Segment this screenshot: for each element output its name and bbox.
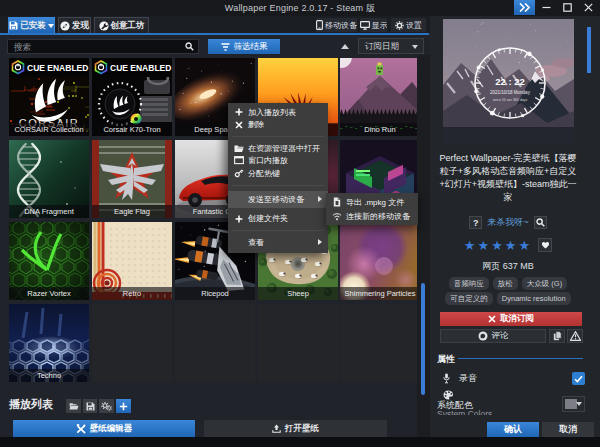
properties-header: 属性 [437, 353, 455, 366]
submenu-item-export-mpkg[interactable]: 导出 .mpkg 文件 [326, 195, 418, 209]
playlist-save-button[interactable] [83, 399, 97, 413]
maximize-button[interactable] [559, 0, 575, 15]
color-picker-dropdown[interactable] [562, 396, 585, 412]
comments-label: 评论 [492, 330, 509, 342]
wallpaper-tile-shimmering-particles[interactable]: Shimmering Particles [340, 222, 418, 300]
mic-property-row: 录音 [443, 372, 477, 385]
microphone-icon [443, 373, 450, 384]
wallpaper-tile-empty[interactable] [92, 304, 172, 382]
close-button[interactable] [580, 0, 596, 15]
menu-item-play-in-window[interactable]: 窗口内播放 [228, 155, 328, 168]
compass-icon [60, 21, 70, 31]
phone-icon [316, 20, 323, 30]
menu-item-assign-hotkey[interactable]: 分配热键 [228, 167, 328, 180]
playlist-settings-button[interactable] [99, 399, 114, 413]
wallpaper-size: 网页 637 MB [430, 260, 586, 273]
tools-icon [76, 424, 86, 434]
wallpaper-tile-dna-fragment[interactable]: DNA Fragment [9, 140, 89, 218]
submenu-item-connect-mobile[interactable]: 连接新的移动设备 [326, 209, 418, 223]
wallpaper-tile-empty[interactable] [340, 304, 418, 382]
star-icon[interactable]: ★ [464, 239, 476, 252]
close-icon [584, 3, 593, 12]
open-wallpaper-button[interactable]: 打开壁纸 [204, 420, 387, 437]
tile-label: Razer Vortex [9, 287, 89, 300]
wallpaper-tile-dino-run[interactable]: Dino Run [340, 58, 418, 136]
tab-workshop[interactable]: 创意工坊 [94, 17, 149, 33]
tag-pill[interactable]: Dynamic resolution [497, 292, 571, 305]
plus-icon [119, 402, 128, 411]
display-button[interactable]: 显示 [360, 18, 387, 32]
tag-pill[interactable]: 放松 [493, 277, 518, 290]
wallpaper-tile-techno[interactable]: Techno [9, 304, 89, 382]
minimize-button[interactable] [538, 0, 554, 15]
wallpaper-preview-image[interactable]: 22 : 22 2021/10/18 Monday since 10 sec 3… [443, 19, 574, 144]
tag-pill[interactable]: 音频响应 [449, 277, 489, 290]
star-icon[interactable]: ★ [478, 239, 490, 252]
wallpaper-title-line: 粒子+多风格动态音频响应+自定义 [440, 166, 577, 176]
tab-workshop-label: 创意工坊 [111, 20, 145, 32]
chevron-right-icon [318, 196, 322, 202]
star-icon[interactable]: ★ [518, 239, 530, 252]
search-input[interactable]: 搜索 [7, 39, 199, 54]
menu-item-view[interactable]: 查看 [228, 236, 328, 249]
wallpaper-editor-label: 壁纸编辑器 [90, 423, 133, 435]
tag-row-2: 可自定义的Dynamic resolution [430, 292, 586, 305]
filter-results-button[interactable]: 筛选结果 [208, 39, 280, 54]
author-avatar[interactable]: ? [469, 216, 482, 229]
menu-item-send-to-mobile[interactable]: 发送至移动设备 [228, 191, 328, 208]
expand-panel-button[interactable] [514, 0, 535, 15]
tag-row-1: 音频响应放松大众级 (G) [430, 277, 586, 290]
rating-stars: ★★★★★ [430, 238, 586, 252]
unsubscribe-button[interactable]: 取消订阅 [440, 312, 582, 326]
context-menu: 加入播放列表删除在资源管理器中打开窗口内播放分配热键发送至移动设备创建文件夹查看 [228, 103, 328, 253]
tile-label: Shimmering Particles [340, 287, 418, 300]
bottom-strip [0, 437, 600, 447]
zoom-preview-button[interactable] [534, 216, 547, 229]
monitor-icon [360, 21, 370, 30]
mobile-device-button[interactable]: 移动设备 [316, 18, 357, 32]
submenu-item-export-mpkg-label: 导出 .mpkg 文件 [346, 197, 404, 208]
settings-button[interactable]: 设置 [391, 18, 426, 32]
star-icon[interactable]: ★ [491, 239, 503, 252]
grid-scrollbar-thumb[interactable] [421, 283, 425, 395]
star-icon[interactable]: ★ [505, 239, 517, 252]
wallpaper-tile-empty[interactable] [258, 304, 338, 382]
tab-discover[interactable]: 发现 [58, 17, 91, 33]
sort-direction-button[interactable] [337, 39, 353, 54]
window-icon [234, 156, 244, 165]
wallpaper-tile-razer-vortex[interactable]: Razer Vortex [9, 222, 89, 300]
tab-installed[interactable]: 已安装 [8, 17, 55, 33]
chevron-down-icon [412, 45, 418, 49]
menu-item-add-to-playlist[interactable]: 加入播放列表 [228, 106, 328, 119]
favorite-button[interactable] [538, 238, 552, 252]
tag-pill[interactable]: 可自定义的 [445, 292, 493, 305]
tab-underline [0, 33, 429, 35]
context-submenu: 导出 .mpkg 文件连接新的移动设备 [326, 193, 418, 225]
chevron-down-icon [576, 402, 582, 406]
report-button[interactable] [567, 329, 583, 343]
playlist-add-button[interactable] [116, 399, 131, 413]
wallpaper-tile-eagle-flag[interactable]: Eagle Flag [92, 140, 172, 218]
comments-button[interactable]: 评论 [440, 329, 546, 343]
menu-item-remove[interactable]: 删除 [228, 119, 328, 132]
wallpaper-editor-button[interactable]: 壁纸编辑器 [13, 420, 195, 437]
double-chevron-right-icon [519, 3, 530, 12]
wallpaper-tile-retro[interactable]: Retro [92, 222, 172, 300]
author-link[interactable]: 来杀我呀~ [487, 216, 528, 229]
menu-item-create-folder[interactable]: 创建文件夹 [228, 213, 328, 226]
playlist-open-button[interactable] [66, 399, 81, 413]
wallpaper-tile-corsair-collection[interactable]: CORSAIRCUE ENABLEDCORSAIR Collection [9, 58, 89, 136]
menu-item-play-in-window-label: 窗口内播放 [248, 155, 288, 166]
sort-dropdown[interactable]: 订阅日期 [358, 38, 424, 54]
confirm-button[interactable]: 确认 [487, 422, 539, 437]
wallpaper-tile-corsair-k70-tron[interactable]: CUE ENABLEDCorsair K70-Tron [92, 58, 172, 136]
tag-pill[interactable]: 大众级 (G) [522, 277, 567, 290]
minimize-icon [542, 3, 551, 12]
mic-checkbox[interactable] [572, 372, 585, 385]
menu-item-open-in-explorer[interactable]: 在资源管理器中打开 [228, 142, 328, 155]
cancel-button[interactable]: 取消 [542, 422, 594, 437]
plus-icon [234, 215, 244, 223]
sidebar-scrollbar-thumb[interactable] [587, 27, 591, 73]
copy-button[interactable] [549, 329, 565, 343]
wallpaper-tile-empty[interactable] [175, 304, 255, 382]
